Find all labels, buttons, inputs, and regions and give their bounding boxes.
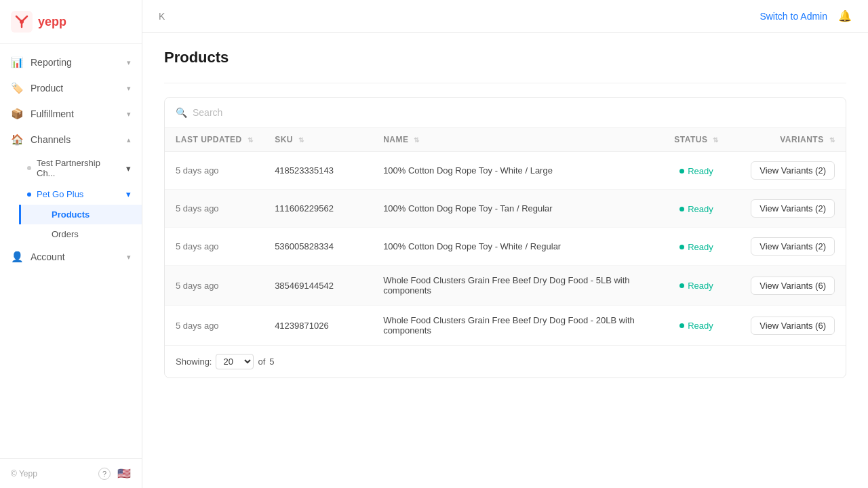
- cell-last-updated: 5 days ago: [165, 152, 264, 190]
- search-input[interactable]: [193, 107, 835, 118]
- products-table-card: 🔍 LAST UPDATED ⇅ SKU ⇅: [164, 97, 846, 378]
- sort-icon: ⇅: [298, 136, 304, 144]
- view-variants-button[interactable]: View Variants (2): [751, 237, 835, 256]
- cell-name: 100% Cotton Dog Rope Toy - Tan / Regular: [372, 190, 656, 228]
- main-nav: 📊 Reporting ▾ 🏷️ Product ▾ 📦 Fulfillment…: [0, 44, 142, 458]
- sidebar-item-channels[interactable]: 🏠 Channels ▴: [0, 127, 142, 152]
- showing-label: Showing:: [176, 357, 212, 367]
- status-dot-icon: [679, 245, 684, 249]
- table-row: 5 days ago 385469144542 Whole Food Clust…: [165, 266, 846, 306]
- cell-sku: 111606229562: [264, 190, 372, 228]
- sidebar-item-product[interactable]: 🏷️ Product ▾: [0, 75, 142, 101]
- cell-variants: View Variants (2): [737, 190, 846, 228]
- cell-variants: View Variants (6): [737, 306, 846, 346]
- status-badge: Ready: [679, 166, 713, 176]
- chevron-up-icon: ▴: [127, 136, 131, 144]
- sidebar-item-label: Fulfillment: [31, 108, 74, 119]
- view-variants-button[interactable]: View Variants (6): [751, 277, 835, 295]
- main-content: K Switch to Admin 🔔 Products 🔍 LAST UPDA…: [142, 0, 868, 488]
- sort-icon: ⇅: [414, 136, 420, 144]
- cell-status: Ready: [656, 152, 737, 190]
- sidebar: yepp 📊 Reporting ▾ 🏷️ Product ▾ 📦 Fulfil…: [0, 0, 142, 488]
- reporting-icon: 📊: [11, 56, 24, 68]
- col-header-variants: VARIANTS ⇅: [737, 128, 846, 152]
- status-dot-icon: [679, 323, 684, 328]
- chevron-down-icon: ▾: [127, 58, 131, 67]
- cell-last-updated: 5 days ago: [165, 306, 264, 346]
- status-badge: Ready: [679, 321, 713, 331]
- cell-name: 100% Cotton Dog Rope Toy - White / Regul…: [372, 228, 656, 266]
- sidebar-item-fulfillment[interactable]: 📦 Fulfillment ▾: [0, 101, 142, 127]
- cell-last-updated: 5 days ago: [165, 228, 264, 266]
- total-count: 5: [269, 357, 274, 367]
- help-icon[interactable]: ?: [98, 468, 111, 480]
- view-variants-button[interactable]: View Variants (6): [751, 317, 835, 335]
- svg-point-1: [20, 20, 24, 24]
- bell-icon[interactable]: 🔔: [838, 9, 852, 22]
- cell-status: Ready: [656, 228, 737, 266]
- of-label: of: [258, 357, 265, 367]
- chevron-down-icon: ▾: [127, 110, 131, 119]
- search-bar: 🔍: [165, 98, 846, 128]
- sidebar-item-label: Reporting: [31, 57, 72, 68]
- cell-last-updated: 5 days ago: [165, 190, 264, 228]
- cell-sku: 41239871026: [264, 306, 372, 346]
- view-variants-button[interactable]: View Variants (2): [751, 199, 835, 218]
- dot-active-icon: [27, 192, 31, 197]
- collapse-icon[interactable]: K: [159, 11, 165, 22]
- sidebar-item-products[interactable]: Products: [19, 205, 142, 224]
- col-header-last-updated: LAST UPDATED ⇅: [165, 128, 264, 152]
- status-dot-icon: [679, 207, 684, 211]
- page-content: Products 🔍 LAST UPDATED ⇅ SKU: [142, 33, 868, 488]
- sidebar-item-label: Channels: [31, 134, 71, 145]
- table-body: 5 days ago 418523335143 100% Cotton Dog …: [165, 152, 846, 346]
- sidebar-item-label: Product: [31, 83, 63, 94]
- cell-variants: View Variants (6): [737, 266, 846, 306]
- cell-name: Whole Food Clusters Grain Free Beef Dry …: [372, 266, 656, 306]
- col-header-sku: SKU ⇅: [264, 128, 372, 152]
- cell-sku: 385469144542: [264, 266, 372, 306]
- sidebar-item-reporting[interactable]: 📊 Reporting ▾: [0, 49, 142, 75]
- channels-submenu: Test Partnership Ch... ▾ Pet Go Plus ▾ P…: [0, 152, 142, 244]
- chevron-down-icon: ▾: [126, 163, 131, 174]
- cell-status: Ready: [656, 190, 737, 228]
- flag-icon: 🇺🇸: [117, 467, 131, 480]
- chevron-down-icon: ▾: [127, 253, 131, 262]
- sort-icon: ⇅: [248, 136, 254, 144]
- account-icon: 👤: [11, 251, 24, 263]
- cell-name: 100% Cotton Dog Rope Toy - White / Large: [372, 152, 656, 190]
- switch-admin-link[interactable]: Switch to Admin: [760, 11, 827, 22]
- table-row: 5 days ago 536005828334 100% Cotton Dog …: [165, 228, 846, 266]
- logo-icon: [11, 11, 33, 33]
- table-row: 5 days ago 418523335143 100% Cotton Dog …: [165, 152, 846, 190]
- status-badge: Ready: [679, 242, 713, 252]
- sidebar-item-pet-go-plus[interactable]: Pet Go Plus ▾: [8, 184, 142, 205]
- products-table: LAST UPDATED ⇅ SKU ⇅ NAME ⇅ STATUS: [165, 128, 846, 345]
- cell-status: Ready: [656, 306, 737, 346]
- logo-text: yepp: [38, 15, 66, 29]
- divider: [164, 83, 846, 83]
- sidebar-item-label: Account: [31, 251, 65, 262]
- col-header-name: NAME ⇅: [372, 128, 656, 152]
- view-variants-button[interactable]: View Variants (2): [751, 161, 835, 180]
- sidebar-item-account[interactable]: 👤 Account ▾: [0, 244, 142, 270]
- sort-icon: ⇅: [829, 136, 835, 144]
- per-page-select[interactable]: 20 50 100: [216, 354, 254, 369]
- channel-label: Test Partnership Ch...: [37, 158, 121, 178]
- table-footer: Showing: 20 50 100 of 5: [165, 345, 846, 378]
- table-row: 5 days ago 41239871026 Whole Food Cluste…: [165, 306, 846, 346]
- search-icon: 🔍: [176, 107, 187, 118]
- cell-variants: View Variants (2): [737, 152, 846, 190]
- status-badge: Ready: [679, 281, 713, 291]
- channel-label: Pet Go Plus: [37, 189, 121, 199]
- fulfillment-icon: 📦: [11, 108, 24, 120]
- page-title: Products: [164, 49, 846, 66]
- cell-sku: 418523335143: [264, 152, 372, 190]
- sidebar-item-test-partnership[interactable]: Test Partnership Ch... ▾: [8, 152, 142, 184]
- cell-variants: View Variants (2): [737, 228, 846, 266]
- logo: yepp: [0, 0, 142, 44]
- products-label: Products: [52, 209, 90, 220]
- sidebar-item-orders[interactable]: Orders: [19, 224, 142, 244]
- sort-icon: ⇅: [713, 136, 719, 144]
- topbar: K Switch to Admin 🔔: [142, 0, 868, 33]
